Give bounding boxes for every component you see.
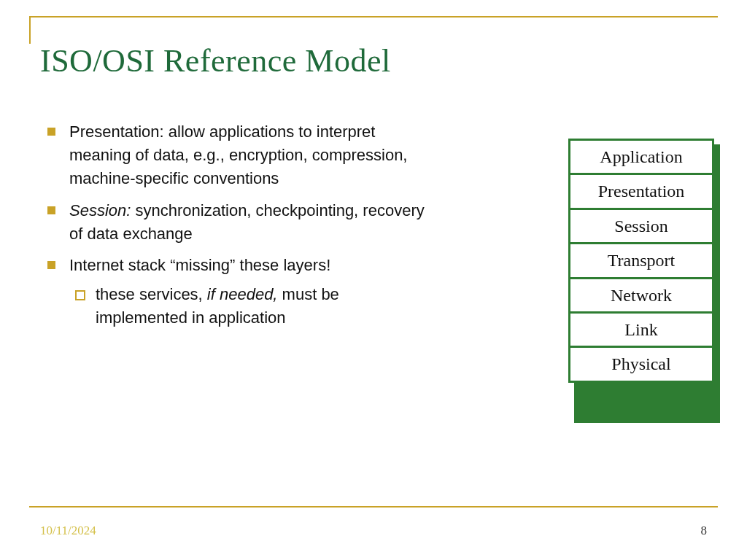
layer-physical: Physical: [570, 348, 712, 380]
bullet-lead: Presentation:: [69, 122, 164, 141]
layer-application: Application: [570, 141, 712, 173]
decor-rule-top: [29, 16, 718, 18]
layer-transport: Transport: [570, 244, 712, 276]
layer-link: Link: [570, 314, 712, 346]
bullet-list: Presentation: allow applications to inte…: [40, 120, 427, 330]
footer-date: 10/11/2024: [40, 524, 96, 538]
decor-rule-bottom: [29, 506, 718, 508]
layer-presentation: Presentation: [570, 175, 712, 207]
slide-title: ISO/OSI Reference Model: [40, 42, 391, 79]
bullet-session: Session: synchronization, checkpointing,…: [40, 199, 427, 246]
osi-stack: Application Presentation Session Transpo…: [568, 139, 714, 383]
decor-rule-left: [29, 16, 31, 44]
stack-frame: Application Presentation Session Transpo…: [568, 139, 714, 383]
sub-text: these services,: [96, 285, 207, 303]
footer-page-number: 8: [701, 524, 708, 538]
layer-network: Network: [570, 279, 712, 311]
slide: ISO/OSI Reference Model Presentation: al…: [0, 0, 747, 560]
layer-session: Session: [570, 210, 712, 242]
bullet-missing: Internet stack “missing” these layers! t…: [40, 254, 427, 330]
body-content: Presentation: allow applications to inte…: [40, 120, 427, 338]
sub-bullet: these services, if needed, must be imple…: [69, 283, 427, 330]
sub-bullet-list: these services, if needed, must be imple…: [69, 283, 427, 330]
sub-text-em: if needed,: [207, 285, 278, 303]
bullet-lead: Session:: [69, 201, 131, 219]
bullet-text: Internet stack “missing” these layers!: [69, 256, 330, 274]
bullet-presentation: Presentation: allow applications to inte…: [40, 120, 427, 190]
